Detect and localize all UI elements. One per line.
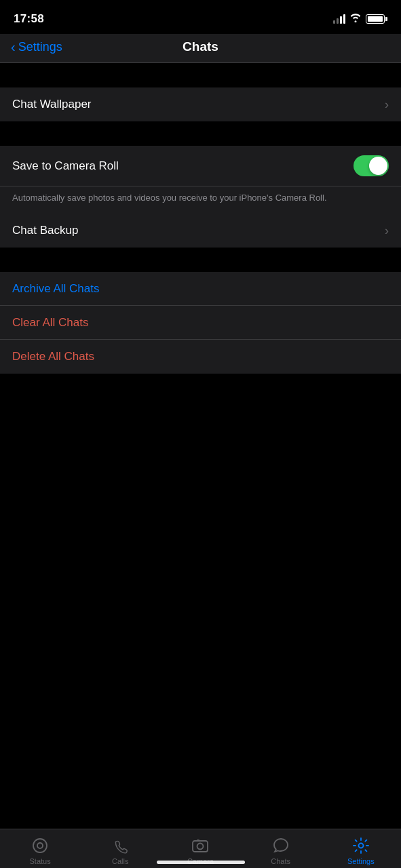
- archive-all-chats-label: Archive All Chats: [12, 282, 100, 296]
- nav-bar: ‹ Settings Chats: [0, 34, 401, 62]
- svg-rect-2: [193, 841, 208, 852]
- toggle-knob: [369, 157, 387, 175]
- section-gap-3: [0, 248, 401, 272]
- chat-backup-cell[interactable]: Chat Backup ›: [0, 214, 401, 248]
- camera-roll-right: [354, 155, 389, 176]
- back-label: Settings: [18, 40, 62, 54]
- chat-wallpaper-right: ›: [385, 98, 389, 111]
- delete-all-chats-label: Delete All Chats: [12, 350, 94, 363]
- status-bar: 17:58: [0, 0, 401, 34]
- tab-chats[interactable]: Chats: [254, 836, 308, 865]
- delete-all-chats-cell[interactable]: Delete All Chats: [0, 340, 401, 374]
- section-gap-2: [0, 121, 401, 146]
- status-time: 17:58: [14, 12, 44, 26]
- signal-bar-2: [337, 18, 339, 24]
- svg-rect-4: [197, 840, 199, 842]
- clear-all-chats-cell[interactable]: Clear All Chats: [0, 306, 401, 340]
- signal-bar-4: [343, 14, 345, 24]
- camera-tab-icon: [191, 836, 210, 855]
- clear-all-chats-label: Clear All Chats: [12, 316, 88, 330]
- svg-point-5: [358, 844, 363, 848]
- back-button[interactable]: ‹ Settings: [11, 40, 62, 54]
- camera-roll-description-text: Automatically save photos and videos you…: [12, 192, 389, 204]
- status-tab-icon: [31, 836, 50, 855]
- chat-backup-chevron-icon: ›: [385, 224, 389, 237]
- signal-bar-3: [340, 16, 342, 24]
- signal-icon: [333, 14, 345, 24]
- home-indicator: [157, 861, 245, 864]
- tab-status[interactable]: Status: [13, 836, 67, 865]
- back-chevron-icon: ‹: [11, 40, 16, 54]
- camera-roll-description: Automatically save photos and videos you…: [0, 186, 401, 214]
- settings-tab-label: Settings: [347, 857, 375, 865]
- main-content: Chat Wallpaper › Save to Camera Roll Aut…: [0, 63, 401, 441]
- svg-point-0: [33, 839, 47, 852]
- camera-roll-section: Save to Camera Roll Automatically save p…: [0, 146, 401, 248]
- chat-wallpaper-label: Chat Wallpaper: [12, 98, 92, 111]
- camera-roll-toggle[interactable]: [354, 155, 389, 176]
- chat-wallpaper-section: Chat Wallpaper ›: [0, 87, 401, 121]
- section-gap-1: [0, 63, 401, 87]
- status-tab-label: Status: [30, 857, 51, 865]
- chat-backup-right: ›: [385, 224, 389, 237]
- actions-section: Archive All Chats Clear All Chats Delete…: [0, 272, 401, 374]
- camera-roll-cell[interactable]: Save to Camera Roll: [0, 146, 401, 186]
- svg-point-1: [37, 843, 43, 848]
- chat-backup-label: Chat Backup: [12, 224, 78, 237]
- svg-point-3: [197, 844, 204, 850]
- chats-tab-icon: [271, 836, 290, 855]
- wifi-icon: [349, 13, 362, 25]
- chats-tab-label: Chats: [271, 857, 290, 865]
- settings-tab-icon: [351, 836, 370, 855]
- chat-wallpaper-cell[interactable]: Chat Wallpaper ›: [0, 87, 401, 121]
- tab-settings[interactable]: Settings: [334, 836, 388, 865]
- status-icons: [333, 13, 387, 25]
- chat-wallpaper-chevron-icon: ›: [385, 98, 389, 111]
- calls-tab-icon: [111, 836, 130, 855]
- battery-icon: [366, 14, 387, 24]
- nav-title: Chats: [183, 39, 218, 54]
- calls-tab-label: Calls: [112, 857, 128, 865]
- signal-bar-1: [333, 20, 335, 24]
- tab-calls[interactable]: Calls: [93, 836, 147, 865]
- archive-all-chats-cell[interactable]: Archive All Chats: [0, 272, 401, 306]
- camera-roll-label: Save to Camera Roll: [12, 159, 119, 173]
